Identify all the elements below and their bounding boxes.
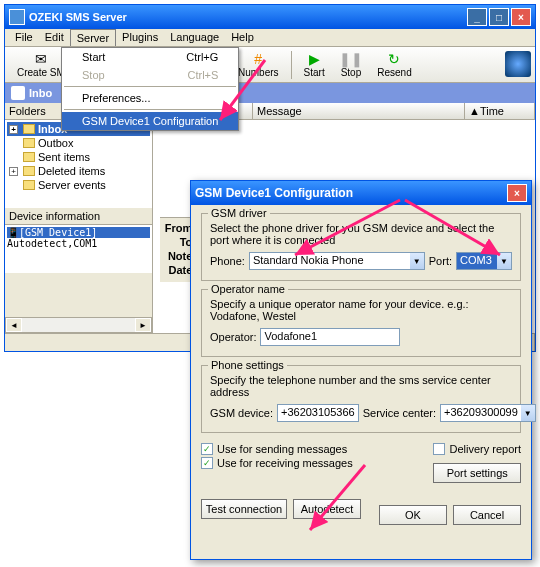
folder-outbox-label: Outbox — [38, 137, 73, 149]
menu-start-shortcut: Ctrl+G — [186, 51, 218, 63]
menu-stop-shortcut: Ctrl+S — [187, 69, 218, 81]
col-time[interactable]: ▲Time — [465, 103, 535, 119]
expand-icon[interactable]: + — [9, 125, 18, 134]
window-title: OZEKI SMS Server — [29, 11, 467, 23]
ok-button[interactable]: OK — [379, 505, 447, 525]
operator-input[interactable]: Vodafone1 — [260, 328, 400, 346]
col-message[interactable]: Message — [253, 103, 465, 119]
menu-gsm-config[interactable]: GSM Device1 Configuration — [62, 112, 238, 130]
menu-help[interactable]: Help — [225, 29, 260, 46]
folder-outbox[interactable]: Outbox — [7, 136, 150, 150]
menu-separator — [64, 86, 236, 87]
test-connection-button[interactable]: Test connection — [201, 499, 287, 519]
gsm-device-label: GSM device: — [210, 407, 273, 419]
recv-checkbox-row[interactable]: ✓ Use for receiving messages — [201, 457, 353, 469]
subheader-title: Inbo — [29, 87, 52, 99]
inbox-icon — [11, 86, 25, 100]
menu-separator — [64, 109, 236, 110]
maximize-button[interactable]: □ — [489, 8, 509, 26]
menu-preferences-label: Preferences... — [82, 92, 150, 104]
port-settings-label: Port settings — [447, 467, 508, 479]
folder-sent-label: Sent items — [38, 151, 90, 163]
start-button[interactable]: ▶ Start — [296, 49, 333, 80]
gsm-driver-title: GSM driver — [208, 207, 270, 219]
chevron-down-icon[interactable]: ▼ — [521, 405, 535, 421]
menu-file[interactable]: File — [9, 29, 39, 46]
folders-tree[interactable]: + Inbox Outbox Sent items + Deleted item… — [5, 120, 152, 208]
dialog-titlebar: GSM Device1 Configuration × — [191, 181, 531, 205]
folder-sent[interactable]: Sent items — [7, 150, 150, 164]
device-item[interactable]: 📱[GSM Device1] — [7, 227, 150, 238]
resend-label: Resend — [377, 67, 411, 78]
menu-stop[interactable]: Stop Ctrl+S — [62, 66, 238, 84]
phone-settings-desc: Specify the telephone number and the sms… — [210, 374, 512, 398]
delivery-checkbox-row[interactable]: Delivery report — [433, 443, 521, 455]
folder-icon — [23, 166, 35, 176]
chevron-down-icon[interactable]: ▼ — [410, 253, 424, 269]
send-checkbox-label: Use for sending messages — [217, 443, 347, 455]
phone-combo[interactable]: Standard Nokia Phone ▼ — [249, 252, 425, 270]
folder-deleted-label: Deleted items — [38, 165, 105, 177]
pause-icon: ❚❚ — [342, 51, 360, 67]
app-icon — [9, 9, 25, 25]
create-label: Create SM — [17, 67, 65, 78]
menu-server[interactable]: Server — [70, 29, 116, 46]
port-settings-button[interactable]: Port settings — [433, 463, 521, 483]
menu-plugins[interactable]: Plugins — [116, 29, 164, 46]
folder-icon — [23, 180, 35, 190]
send-checkbox-row[interactable]: ✓ Use for sending messages — [201, 443, 353, 455]
play-icon: ▶ — [305, 51, 323, 67]
menu-edit[interactable]: Edit — [39, 29, 70, 46]
titlebar: OZEKI SMS Server _ □ × — [5, 5, 535, 29]
server-menu-dropdown: Start Ctrl+G Stop Ctrl+S Preferences... … — [61, 47, 239, 131]
cancel-button[interactable]: Cancel — [453, 505, 521, 525]
delivery-checkbox-label: Delivery report — [449, 443, 521, 455]
stop-button[interactable]: ❚❚ Stop — [333, 49, 370, 80]
minimize-button[interactable]: _ — [467, 8, 487, 26]
autodetect-button[interactable]: Autodetect — [293, 499, 361, 519]
device-list[interactable]: 📱[GSM Device1] Autodetect,COM1 — [5, 225, 152, 273]
folder-icon — [23, 152, 35, 162]
phone-value: Standard Nokia Phone — [250, 253, 410, 269]
menu-start[interactable]: Start Ctrl+G — [62, 48, 238, 66]
gsm-device-input[interactable]: +36203105366 — [277, 404, 359, 422]
operator-desc: Specify a unique operator name for your … — [210, 298, 512, 322]
send-checkbox[interactable]: ✓ — [201, 443, 213, 455]
expand-icon[interactable]: + — [9, 167, 18, 176]
operator-label: Operator: — [210, 331, 256, 343]
menu-start-label: Start — [82, 51, 105, 63]
menu-language[interactable]: Language — [164, 29, 225, 46]
folder-events[interactable]: Server events — [7, 178, 150, 192]
create-icon: ✉ — [32, 51, 50, 67]
chevron-down-icon[interactable]: ▼ — [497, 253, 511, 269]
horizontal-scrollbar[interactable]: ◄ ► — [5, 317, 152, 333]
menu-stop-label: Stop — [82, 69, 105, 81]
menu-preferences[interactable]: Preferences... — [62, 89, 238, 107]
toolbar-separator — [291, 51, 292, 79]
resend-button[interactable]: ↻ Resend — [369, 49, 419, 80]
scroll-track[interactable] — [22, 318, 135, 332]
dialog-close-button[interactable]: × — [507, 184, 527, 202]
port-combo[interactable]: COM3 ▼ — [456, 252, 512, 270]
numbers-icon: # — [249, 51, 267, 67]
dialog-title: GSM Device1 Configuration — [195, 186, 507, 200]
service-center-combo[interactable]: +36209300099 ▼ — [440, 404, 536, 422]
recv-checkbox[interactable]: ✓ — [201, 457, 213, 469]
delivery-checkbox[interactable] — [433, 443, 445, 455]
brand-logo-icon — [505, 51, 531, 77]
close-button[interactable]: × — [511, 8, 531, 26]
folder-icon — [23, 124, 35, 134]
phone-settings-group: Phone settings Specify the telephone num… — [201, 365, 521, 433]
gsm-driver-group: GSM driver Select the phone driver for y… — [201, 213, 521, 281]
scroll-right-button[interactable]: ► — [135, 318, 151, 332]
stop-label: Stop — [341, 67, 362, 78]
gsm-config-dialog: GSM Device1 Configuration × GSM driver S… — [190, 180, 532, 560]
start-label: Start — [304, 67, 325, 78]
folder-deleted[interactable]: + Deleted items — [7, 164, 150, 178]
folder-events-label: Server events — [38, 179, 106, 191]
phone-label: Phone: — [210, 255, 245, 267]
service-center-value: +36209300099 — [441, 405, 521, 421]
test-label: Test connection — [206, 503, 282, 515]
scroll-left-button[interactable]: ◄ — [6, 318, 22, 332]
operator-title: Operator name — [208, 283, 288, 295]
